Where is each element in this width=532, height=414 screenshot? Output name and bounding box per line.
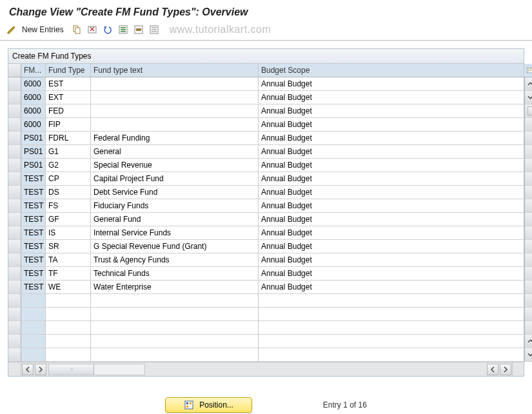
cell-fm[interactable]: TEST [21, 253, 46, 267]
cell-fm[interactable]: TEST [21, 186, 46, 199]
cell-budget-scope[interactable]: Annual Budget [259, 253, 524, 267]
cell-budget-scope[interactable]: Annual Budget [259, 104, 524, 118]
row-selector[interactable] [8, 172, 21, 186]
cell-fund-type[interactable]: FDRL [46, 132, 91, 145]
cell-budget-scope[interactable]: Annual Budget [259, 213, 524, 226]
cell-fund-type-text[interactable]: General Fund [91, 213, 259, 226]
cell-budget-scope[interactable]: Annual Budget [259, 226, 524, 240]
cell-fund-type-text[interactable]: Technical Funds [91, 267, 259, 281]
cell-fm[interactable]: PS01 [21, 132, 46, 145]
row-selector[interactable] [8, 281, 21, 294]
copy-icon[interactable] [70, 23, 83, 36]
select-all-icon[interactable] [117, 23, 130, 36]
cell-fund-type[interactable]: FS [46, 199, 91, 213]
cell-fund-type[interactable]: CP [46, 172, 91, 186]
cell-fm[interactable]: PS01 [21, 145, 46, 159]
cell-fund-type[interactable]: GF [46, 213, 91, 226]
cell-fm[interactable]: TEST [21, 226, 46, 240]
cell-budget-scope[interactable]: Annual Budget [259, 145, 524, 159]
deselect-all-icon[interactable] [148, 23, 161, 36]
scroll-right-icon[interactable] [35, 364, 46, 375]
scroll-right-end-icon[interactable] [500, 364, 511, 375]
row-selector[interactable] [8, 240, 21, 253]
cell-fund-type-text[interactable]: Fiduciary Funds [91, 199, 259, 213]
cell-fund-type-text[interactable]: Water Enterprise [91, 281, 259, 294]
cell-fund-type[interactable]: EST [46, 77, 91, 91]
row-selector[interactable] [8, 267, 21, 281]
cell-fund-type-text[interactable]: Special Revenue [91, 159, 259, 172]
col-header-fund-type-text[interactable]: Fund type text [91, 64, 259, 77]
undo-icon[interactable] [101, 23, 114, 36]
cell-fund-type-text[interactable]: Internal Service Funds [91, 226, 259, 240]
cell-budget-scope[interactable]: Annual Budget [259, 240, 524, 253]
cell-fm[interactable]: TEST [21, 281, 46, 294]
row-selector[interactable] [8, 91, 21, 104]
select-block-icon[interactable] [132, 23, 145, 36]
col-header-fm[interactable]: FM... [21, 64, 46, 77]
row-selector[interactable] [8, 226, 21, 240]
row-selector[interactable] [8, 294, 21, 308]
cell-fm[interactable]: TEST [21, 267, 46, 281]
row-selector[interactable] [8, 118, 21, 132]
cell-budget-scope[interactable]: Annual Budget [259, 199, 524, 213]
new-entries-button[interactable]: New Entries [22, 25, 64, 34]
delete-icon[interactable] [86, 23, 99, 36]
cell-budget-scope[interactable]: Annual Budget [259, 118, 524, 132]
table-config-icon[interactable] [524, 64, 532, 77]
cell-budget-scope[interactable]: Annual Budget [259, 186, 524, 199]
cell-budget-scope[interactable]: Annual Budget [259, 132, 524, 145]
cell-fund-type-text[interactable]: Trust & Agency Funds [91, 253, 259, 267]
cell-budget-scope[interactable]: Annual Budget [259, 281, 524, 294]
cell-budget-scope[interactable]: Annual Budget [259, 267, 524, 281]
cell-fund-type-text[interactable] [91, 118, 259, 132]
row-selector[interactable] [8, 348, 21, 362]
cell-budget-scope[interactable]: Annual Budget [259, 159, 524, 172]
row-selector[interactable] [8, 145, 21, 159]
cell-budget-scope[interactable]: Annual Budget [259, 77, 524, 91]
cell-fund-type[interactable]: FED [46, 104, 91, 118]
row-selector[interactable] [8, 77, 21, 91]
cell-budget-scope[interactable]: Annual Budget [259, 91, 524, 104]
cell-fm[interactable]: 6000 [21, 91, 46, 104]
cell-fund-type[interactable]: G2 [46, 159, 91, 172]
cell-fund-type-text[interactable]: Debt Service Fund [91, 186, 259, 199]
cell-fund-type[interactable]: EXT [46, 91, 91, 104]
cell-fund-type[interactable]: IS [46, 226, 91, 240]
cell-fund-type[interactable]: TF [46, 267, 91, 281]
cell-fund-type-text[interactable]: Federal Funding [91, 132, 259, 145]
cell-fund-type-text[interactable] [91, 91, 259, 104]
row-selector[interactable] [8, 308, 21, 321]
cell-fm[interactable]: TEST [21, 213, 46, 226]
row-selector[interactable] [8, 104, 21, 118]
cell-fm[interactable]: TEST [21, 240, 46, 253]
cell-fund-type-text[interactable]: G Special Revenue Fund (Grant) [91, 240, 259, 253]
row-selector[interactable] [8, 199, 21, 213]
row-selector[interactable] [8, 321, 21, 335]
row-selector[interactable] [8, 253, 21, 267]
cell-fund-type[interactable]: TA [46, 253, 91, 267]
hscroll-track[interactable]: ::: [48, 364, 145, 375]
row-selector[interactable] [8, 186, 21, 199]
cell-fund-type[interactable]: FIP [46, 118, 91, 132]
cell-fund-type[interactable]: WE [46, 281, 91, 294]
cell-fund-type-text[interactable]: General [91, 145, 259, 159]
cell-fund-type[interactable]: DS [46, 186, 91, 199]
row-selector[interactable] [8, 132, 21, 145]
cell-fm[interactable]: 6000 [21, 77, 46, 91]
cell-fm[interactable]: PS01 [21, 159, 46, 172]
cell-fund-type-text[interactable]: Capital Project Fund [91, 172, 259, 186]
cell-fund-type-text[interactable] [91, 104, 259, 118]
cell-fund-type[interactable]: SR [46, 240, 91, 253]
row-selector[interactable] [8, 335, 21, 348]
scroll-up-icon[interactable] [524, 77, 532, 91]
scroll-up-bottom-icon[interactable] [524, 335, 532, 348]
cell-fund-type[interactable]: G1 [46, 145, 91, 159]
scroll-left-start-icon[interactable] [22, 364, 34, 375]
position-button[interactable]: Position... [165, 397, 252, 413]
scroll-left-icon[interactable] [487, 364, 498, 375]
hscroll-thumb[interactable]: ::: [49, 364, 94, 375]
cell-fm[interactable]: 6000 [21, 118, 46, 132]
cell-budget-scope[interactable]: Annual Budget [259, 172, 524, 186]
toggle-change-icon[interactable] [5, 23, 18, 36]
cell-fm[interactable]: 6000 [21, 104, 46, 118]
